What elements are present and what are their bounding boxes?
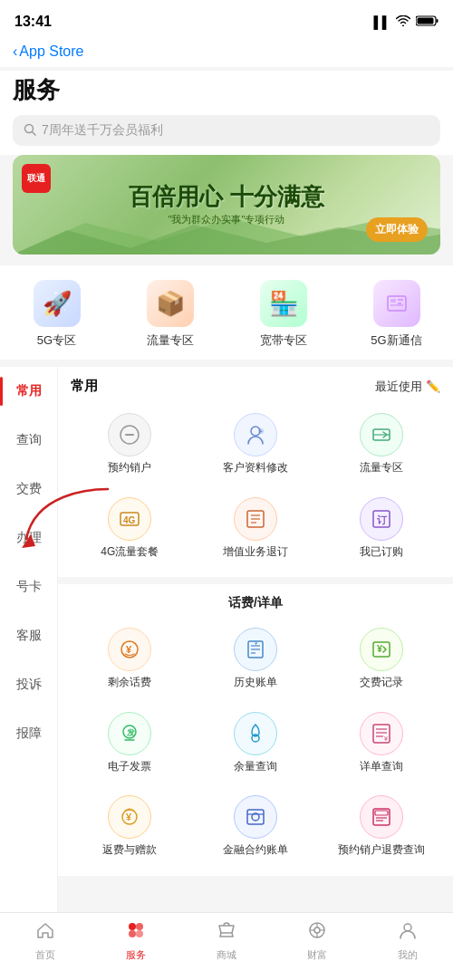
yuliang-icon	[234, 712, 277, 755]
yuliang-label: 余量查询	[234, 760, 277, 774]
svg-rect-9	[398, 299, 403, 301]
broadband-zone-label: 宽带专区	[260, 332, 307, 349]
quick-item-broadband[interactable]: 🏪 宽带专区	[247, 280, 320, 349]
tab-mall[interactable]: 商城	[217, 920, 236, 962]
grid-item-kehuzilyao[interactable]: 客户资料修改	[197, 406, 315, 483]
grid-item-jinrong[interactable]: 金融合约账单	[197, 788, 315, 865]
yuyue-label: 预约销户退费查询	[338, 843, 425, 858]
sidebar-item-tousu[interactable]: 投诉	[0, 660, 57, 709]
liuliang-label: 流量专区	[360, 461, 403, 476]
grid-item-jiaofei[interactable]: ¥ 交费记录	[322, 620, 440, 697]
grid-item-yuyuexiaohu[interactable]: 预约销户	[71, 406, 189, 483]
svg-line-4	[33, 131, 36, 135]
tab-wealth[interactable]: 财富	[307, 920, 327, 962]
chevron-left-icon: ‹	[13, 43, 17, 60]
svg-point-57	[136, 930, 143, 937]
svg-text:订: 订	[377, 514, 388, 525]
content-area: 常用 最近使用 ✏️ 预约销户	[58, 367, 453, 965]
tab-services[interactable]: 服务	[126, 920, 146, 962]
grid-item-lishi[interactable]: ¥ 历史账单	[197, 620, 315, 697]
unicom-logo: 联通	[22, 164, 51, 193]
liuliang-icon	[360, 413, 403, 456]
svg-marker-26	[22, 534, 35, 548]
broadband-zone-icon: 🏪	[260, 280, 307, 327]
tab-home-label: 首页	[35, 948, 55, 962]
section-huafei: 话费/详单 ¥ 剩余话费	[58, 584, 453, 876]
svg-rect-2	[437, 19, 439, 23]
kehuzilyao-label: 客户资料修改	[223, 461, 288, 476]
grid-item-fanfei[interactable]: ¥ 返费与赠款	[71, 788, 189, 865]
sidebar-item-kefu[interactable]: 客服	[0, 611, 57, 660]
grid-item-woyi[interactable]: 订 我已订购	[322, 490, 440, 567]
nav-bar: ‹ App Store	[0, 40, 453, 67]
banner-cta-button[interactable]: 立即体验	[366, 217, 428, 242]
tab-mall-label: 商城	[217, 948, 236, 962]
services-icon	[126, 920, 146, 946]
banner[interactable]: 联通 百倍用心 十分满意 "我为群众办实事"专项行动 立即体验	[13, 155, 440, 255]
fapiao-icon: 发	[108, 712, 151, 755]
grid-item-liuliang[interactable]: 流量专区	[322, 406, 440, 483]
5g-new-label: 5G新通信	[371, 332, 421, 349]
grid-item-yuliang[interactable]: 余量查询	[197, 705, 315, 782]
nav-back-label: App Store	[19, 43, 83, 60]
status-time: 13:41	[14, 14, 52, 30]
quick-icons-row: 🚀 5G专区 📦 流量专区 🏪 宽带专区 5G新通信	[0, 265, 453, 360]
banner-main-text: 百倍用心 十分满意	[129, 183, 323, 211]
grid-item-shengyu[interactable]: ¥ 剩余话费	[71, 620, 189, 697]
search-placeholder: 7周年送千万会员福利	[42, 122, 163, 139]
quick-item-5gnew[interactable]: 5G新通信	[361, 280, 433, 349]
tab-bar: 首页 服务 商城	[0, 912, 453, 980]
sidebar-item-baozhang[interactable]: 报障	[0, 709, 57, 758]
flow-zone-label: 流量专区	[147, 332, 194, 349]
woyi-label: 我已订购	[360, 545, 403, 560]
mine-icon	[398, 920, 418, 946]
sidebar-item-haonika[interactable]: 号卡	[0, 562, 57, 611]
svg-text:¥: ¥	[377, 643, 383, 654]
tab-mine[interactable]: 我的	[398, 920, 418, 962]
jiaofei-label: 交费记录	[360, 676, 403, 690]
search-input-area[interactable]: 7周年送千万会员福利	[13, 115, 440, 146]
jinrong-label: 金融合约账单	[223, 843, 288, 858]
tab-services-label: 服务	[126, 948, 146, 962]
grid-item-fapiao[interactable]: 发 电子发票	[71, 705, 189, 782]
nav-back-button[interactable]: ‹ App Store	[13, 43, 83, 60]
huafei-grid: ¥ 剩余话费 ¥	[71, 620, 440, 865]
tab-home[interactable]: 首页	[35, 920, 55, 962]
search-icon	[24, 123, 36, 139]
grid-item-zenghziye[interactable]: 增值业务退订	[197, 490, 315, 567]
battery-icon	[416, 15, 439, 29]
grid-item-yuyue[interactable]: 预约销户退费查询	[322, 788, 440, 865]
quick-item-5g[interactable]: 🚀 5G专区	[21, 280, 93, 349]
wifi-icon	[396, 15, 410, 29]
section-recent: 最近使用 ✏️	[375, 379, 440, 395]
svg-rect-10	[398, 303, 401, 304]
quick-item-flow[interactable]: 📦 流量专区	[134, 280, 207, 349]
mall-icon	[217, 920, 236, 946]
svg-rect-47	[247, 810, 264, 824]
signal-icon: ▌▌	[374, 15, 390, 29]
yuyue-icon	[360, 795, 403, 839]
sidebar-item-changyong[interactable]: 常用	[0, 367, 57, 416]
svg-point-59	[314, 927, 320, 933]
svg-point-54	[129, 923, 136, 930]
5g-zone-label: 5G专区	[37, 332, 76, 349]
svg-text:发: 发	[126, 728, 135, 737]
status-bar: 13:41 ▌▌	[0, 0, 453, 40]
banner-sub-text: "我为群众办实事"专项行动	[169, 213, 285, 226]
wealth-icon	[307, 920, 327, 946]
svg-point-56	[129, 930, 136, 937]
zenghziye-label: 增值业务退订	[223, 545, 288, 560]
status-icons: ▌▌	[374, 15, 439, 29]
lishi-label: 历史账单	[234, 676, 277, 690]
grid-item-xiangdan[interactable]: ¥ 详单查询	[322, 705, 440, 782]
section-header-changyong: 常用 最近使用 ✏️	[71, 378, 440, 395]
red-arrow	[8, 476, 126, 557]
xiangdan-icon: ¥	[360, 712, 403, 755]
search-bar-container: 7周年送千万会员福利	[0, 110, 453, 155]
svg-rect-7	[388, 296, 406, 311]
fanfei-icon: ¥	[108, 795, 151, 839]
edit-icon[interactable]: ✏️	[426, 380, 440, 393]
fanfei-label: 返费与赠款	[102, 843, 157, 858]
zenghziye-icon	[234, 497, 277, 541]
sidebar-item-chaxun[interactable]: 查询	[0, 416, 57, 465]
